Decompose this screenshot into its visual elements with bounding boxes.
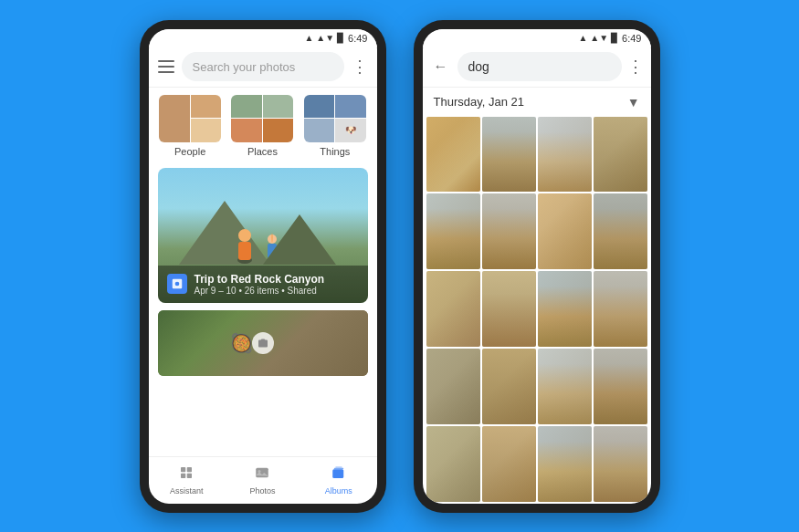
- status-time-1: 6:49: [348, 33, 367, 44]
- status-icons-2: ▲ ▲▼ ▉: [578, 33, 618, 43]
- date-text: Thursday, Jan 21: [434, 95, 524, 109]
- dog-photo-17[interactable]: [426, 426, 480, 502]
- signal-icon-1: ▲▼: [316, 33, 334, 43]
- status-bar-1: ▲ ▲▼ ▉ 6:49: [149, 29, 377, 47]
- dog-photo-1[interactable]: [426, 117, 480, 193]
- category-things[interactable]: 🐶 Things: [302, 95, 367, 157]
- phone-2-screen: ▲ ▲▼ ▉ 6:49 ← dog ⋮ Thursday, Jan 21 ▼: [423, 29, 651, 504]
- phone-1: ▲ ▲▼ ▉ 6:49 Search your photos ⋮: [140, 20, 386, 513]
- dog-photo-19[interactable]: [538, 426, 592, 502]
- svg-rect-17: [335, 466, 342, 468]
- dog-photo-18[interactable]: [482, 426, 536, 502]
- album-info: Trip to Red Rock Canyon Apr 9 – 10 • 26 …: [194, 273, 359, 296]
- svg-rect-9: [181, 467, 185, 472]
- battery-icon-2: ▉: [611, 33, 618, 43]
- nav-label-assistant: Assistant: [170, 486, 204, 495]
- svg-rect-13: [257, 468, 269, 478]
- svg-point-3: [267, 257, 278, 263]
- phone-1-screen: ▲ ▲▼ ▉ 6:49 Search your photos ⋮: [149, 29, 377, 504]
- photos-icon: [254, 464, 270, 485]
- assistant-icon: [178, 464, 194, 485]
- chevron-down-icon[interactable]: ▼: [627, 95, 640, 110]
- dog-photo-15[interactable]: [538, 349, 592, 424]
- category-people[interactable]: People: [158, 95, 223, 157]
- nav-label-photos: Photos: [249, 486, 275, 495]
- search-query: dog: [468, 59, 489, 74]
- category-label-people: People: [174, 146, 205, 157]
- status-time-2: 6:49: [622, 33, 641, 44]
- search-placeholder-1: Search your photos: [193, 60, 296, 74]
- dog-photo-8[interactable]: [594, 193, 647, 269]
- svg-rect-10: [187, 467, 192, 472]
- hamburger-icon[interactable]: [158, 60, 174, 73]
- things-grid: 🐶: [304, 95, 366, 142]
- album-overlay: Trip to Red Rock Canyon Apr 9 – 10 • 26 …: [158, 266, 368, 303]
- bottom-nav-1: Assistant Photos Albums: [149, 456, 377, 504]
- dog-photo-10[interactable]: [482, 271, 536, 347]
- camera-button[interactable]: [252, 332, 274, 354]
- svg-point-7: [174, 282, 179, 287]
- status-icons-1: ▲ ▲▼ ▉: [304, 33, 344, 43]
- category-label-things: Things: [320, 146, 350, 157]
- more-menu-icon-2[interactable]: ⋮: [627, 57, 644, 77]
- dog-photo-3[interactable]: [538, 117, 592, 193]
- svg-point-1: [238, 229, 251, 242]
- svg-rect-12: [187, 474, 192, 478]
- wifi-icon-2: ▲: [578, 33, 587, 43]
- dog-photo-13[interactable]: [426, 349, 480, 424]
- dog-photo-7[interactable]: [538, 193, 592, 269]
- svg-point-4: [268, 235, 277, 244]
- food-photo[interactable]: [158, 310, 368, 376]
- search-bar-2: ← dog ⋮: [423, 47, 651, 88]
- signal-icon-2: ▲▼: [590, 33, 608, 43]
- category-places[interactable]: Places: [230, 95, 295, 157]
- nav-assistant[interactable]: Assistant: [149, 457, 225, 504]
- dog-photo-16[interactable]: [594, 349, 647, 424]
- dog-photo-4[interactable]: [594, 117, 647, 193]
- phone-2: ▲ ▲▼ ▉ 6:49 ← dog ⋮ Thursday, Jan 21 ▼: [414, 20, 660, 513]
- album-card[interactable]: Trip to Red Rock Canyon Apr 9 – 10 • 26 …: [158, 168, 368, 303]
- places-grid: [231, 95, 293, 142]
- dog-photo-6[interactable]: [482, 193, 536, 269]
- dog-photo-14[interactable]: [482, 349, 536, 424]
- albums-icon: [331, 464, 347, 485]
- dog-photo-grid: [423, 115, 651, 504]
- album-icon: [167, 274, 187, 294]
- nav-photos[interactable]: Photos: [225, 457, 300, 504]
- people-grid: [159, 95, 221, 142]
- nav-label-albums: Albums: [325, 486, 352, 495]
- svg-rect-16: [334, 468, 344, 470]
- search-bar-1: Search your photos ⋮: [149, 47, 377, 88]
- status-bar-2: ▲ ▲▼ ▉ 6:49: [423, 29, 651, 47]
- dog-photo-5[interactable]: [426, 193, 480, 269]
- categories-section: People Places 🐶 Things: [149, 88, 377, 164]
- svg-rect-5: [268, 244, 277, 258]
- more-menu-icon-1[interactable]: ⋮: [352, 57, 368, 77]
- wifi-icon-1: ▲: [304, 33, 313, 43]
- date-header[interactable]: Thursday, Jan 21 ▼: [423, 88, 651, 115]
- dog-photo-2[interactable]: [482, 117, 536, 193]
- search-input-2[interactable]: dog: [457, 52, 622, 81]
- album-subtitle: Apr 9 – 10 • 26 items • Shared: [194, 286, 359, 296]
- dog-photo-12[interactable]: [594, 271, 647, 347]
- svg-rect-11: [181, 474, 185, 478]
- svg-rect-15: [332, 469, 343, 478]
- battery-icon-1: ▉: [337, 33, 344, 43]
- dog-photo-20[interactable]: [594, 426, 647, 502]
- back-arrow-icon[interactable]: ←: [430, 55, 452, 78]
- dog-photo-11[interactable]: [538, 271, 592, 347]
- nav-albums[interactable]: Albums: [300, 457, 376, 504]
- album-title: Trip to Red Rock Canyon: [194, 273, 359, 286]
- dog-photo-9[interactable]: [426, 271, 480, 347]
- svg-rect-2: [238, 242, 251, 260]
- category-label-places: Places: [247, 146, 278, 157]
- search-input-1[interactable]: Search your photos: [182, 52, 344, 81]
